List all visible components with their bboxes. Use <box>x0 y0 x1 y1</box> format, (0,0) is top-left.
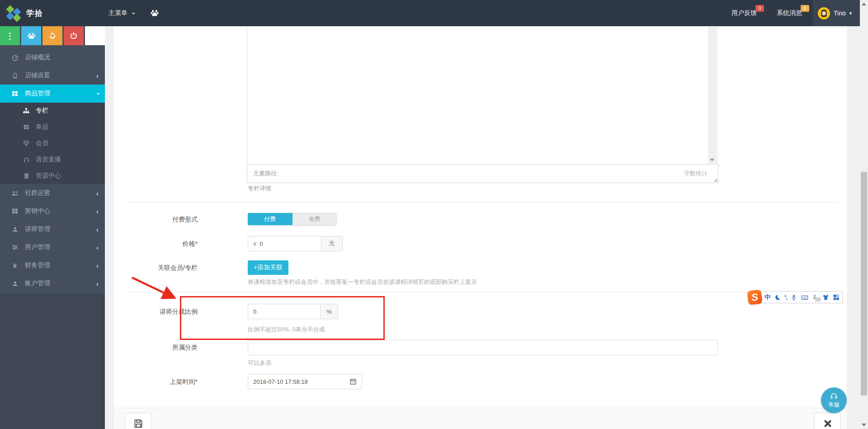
app-logo[interactable]: 学拾 <box>6 0 43 26</box>
pay-type-toggle: 付费 免费 <box>248 213 337 225</box>
pay-type-free-option[interactable]: 免费 <box>292 213 337 225</box>
sidebar-item-finance-management[interactable]: ¥ 财务管理 ‹ <box>0 256 105 274</box>
menu-collapse-button[interactable]: ⋮ <box>0 26 20 45</box>
sitemap-icon <box>22 107 31 114</box>
resize-grip[interactable] <box>713 178 717 182</box>
calendar-icon[interactable] <box>349 378 357 385</box>
publish-time-input[interactable] <box>253 378 346 385</box>
chevron-left-icon: ‹ <box>96 207 99 215</box>
ime-punctuation-button[interactable]: °, <box>784 294 787 301</box>
main-menu-dropdown[interactable]: 主菜单 ‹ <box>108 0 134 26</box>
keyboard-icon[interactable] <box>801 294 808 301</box>
username: Tino <box>834 9 846 17</box>
save-floppy-icon <box>133 418 144 429</box>
system-messages-link[interactable]: 系统消息 <box>777 0 802 26</box>
person-skin-icon[interactable]: 19 <box>812 294 819 301</box>
mobile-icon <box>10 72 20 79</box>
chevron-left-icon: ‹ <box>96 189 99 197</box>
sidebar-item-shop-settings[interactable]: 店铺设置 ‹ <box>0 66 105 85</box>
gears-icon <box>91 32 99 40</box>
section-divider <box>126 292 838 292</box>
price-field-wrap: ¥ <box>248 236 321 251</box>
category-label: 所属分类 <box>114 344 198 352</box>
user-icon <box>10 280 20 287</box>
scroll-down-arrow-icon[interactable] <box>710 159 714 161</box>
sidebar-item-marketing-center[interactable]: 营销中心 ‹ <box>0 202 105 220</box>
microphone-icon[interactable] <box>791 294 797 301</box>
layout-grid-icon[interactable] <box>833 294 840 301</box>
page-scrollbar[interactable] <box>860 0 868 429</box>
headphones-icon <box>22 156 31 163</box>
scroll-down-arrow-icon[interactable] <box>862 424 866 426</box>
yen-icon: ¥ <box>10 262 20 269</box>
sidebar-item-voice-live[interactable]: 语音直播 <box>0 151 105 168</box>
publish-time-label: 上架时间* <box>114 378 198 386</box>
sidebar-item-column[interactable]: 专栏 <box>0 103 105 119</box>
avatar <box>818 7 830 19</box>
paw-icon[interactable] <box>150 9 159 18</box>
word-count-button[interactable]: 字数统计 <box>684 170 712 178</box>
grid-icon <box>10 207 20 215</box>
sidebar-item-product-management[interactable]: 商品管理 ‹ <box>0 85 105 103</box>
database-icon <box>22 173 31 179</box>
editor-status-bar: 元素路径: 字数统计 <box>247 164 718 183</box>
commission-label: 讲师分成比例 <box>114 308 198 316</box>
tshirt-skin-icon[interactable] <box>822 294 829 301</box>
relation-hint: 将课程添加至专栏或会员中，并推荐某一专栏或会员在该课程详情页的底部购买栏上显示 <box>248 278 477 286</box>
user-feedback-link[interactable]: 用户反馈 <box>731 0 757 26</box>
category-input[interactable] <box>253 344 713 351</box>
save-button[interactable] <box>125 413 151 429</box>
editor-caption: 专栏详情 <box>248 184 271 193</box>
app-title: 学拾 <box>26 8 43 19</box>
sogou-logo[interactable]: S <box>747 289 763 305</box>
close-button[interactable] <box>814 413 841 429</box>
main-menu-label: 主菜单 <box>108 9 127 17</box>
refresh-icon <box>48 32 57 40</box>
power-icon <box>70 32 78 40</box>
support-label: 客服 <box>829 401 840 409</box>
section-divider <box>126 202 838 203</box>
ime-chinese-mode-button[interactable]: 中 <box>764 293 771 302</box>
pay-type-paid-option[interactable]: 付费 <box>248 213 292 225</box>
price-input[interactable] <box>259 240 321 247</box>
chevron-down-icon: ‹ <box>94 93 101 95</box>
commission-field-wrap <box>248 304 320 319</box>
sidebar-item-membership[interactable]: 会员 <box>0 135 105 151</box>
editor-scrollbar[interactable] <box>708 27 717 164</box>
topbar: 学拾 主菜单 ‹ 用户反馈 0 系统消息 0 Tino ▾ <box>0 0 860 26</box>
scroll-up-arrow-icon[interactable] <box>862 3 866 5</box>
user-feedback-label: 用户反馈 <box>731 9 757 17</box>
ime-bar: 中 °, 19 <box>759 291 843 303</box>
rich-text-editor-body[interactable] <box>247 26 718 164</box>
grid-icon <box>22 124 31 130</box>
system-messages-label: 系统消息 <box>777 9 802 17</box>
scrollbar-thumb[interactable] <box>861 172 867 396</box>
sidebar-item-shop-overview[interactable]: 店铺概况 <box>0 48 105 66</box>
paw-shortcut-button[interactable] <box>21 26 41 45</box>
sidebar-item-resource-center[interactable]: 资源中心 <box>0 168 105 184</box>
sidebar: ⋮ 店铺概况 店铺设置 ‹ 商品管理 ‹ <box>0 26 105 429</box>
settings-button[interactable] <box>85 26 105 45</box>
add-relation-button[interactable]: +添加关联 <box>248 260 288 275</box>
commission-input[interactable] <box>253 308 320 315</box>
price-input-group: ¥ 元 <box>248 236 343 251</box>
moon-icon[interactable] <box>774 294 781 301</box>
user-menu[interactable]: Tino ▾ <box>813 0 860 26</box>
sidebar-item-lecturer-management[interactable]: 讲师管理 ‹ <box>0 220 105 238</box>
customer-support-button[interactable]: 客服 <box>821 387 847 413</box>
currency-prefix: ¥ <box>253 240 256 247</box>
sidebar-item-community-ops[interactable]: 社群运营 ‹ <box>0 184 105 202</box>
relation-label: 关联会员/专栏 <box>114 264 198 272</box>
headset-icon <box>830 392 838 401</box>
pay-type-label: 付费形式 <box>114 216 198 224</box>
annotation-arrow <box>127 273 185 305</box>
sliders-icon <box>10 244 20 251</box>
sidebar-item-user-management[interactable]: 用户管理 ‹ <box>0 238 105 256</box>
logout-button[interactable] <box>64 26 84 45</box>
sidebar-item-single-item[interactable]: 单品 <box>0 119 105 135</box>
refresh-button[interactable] <box>42 26 62 45</box>
sidebar-menu: 店铺概况 店铺设置 ‹ 商品管理 ‹ 专栏 单品 会员 <box>0 48 105 292</box>
sidebar-item-account-management[interactable]: 账户管理 ‹ <box>0 274 105 292</box>
person-badge: 19 <box>815 297 821 302</box>
close-x-icon <box>823 419 833 429</box>
